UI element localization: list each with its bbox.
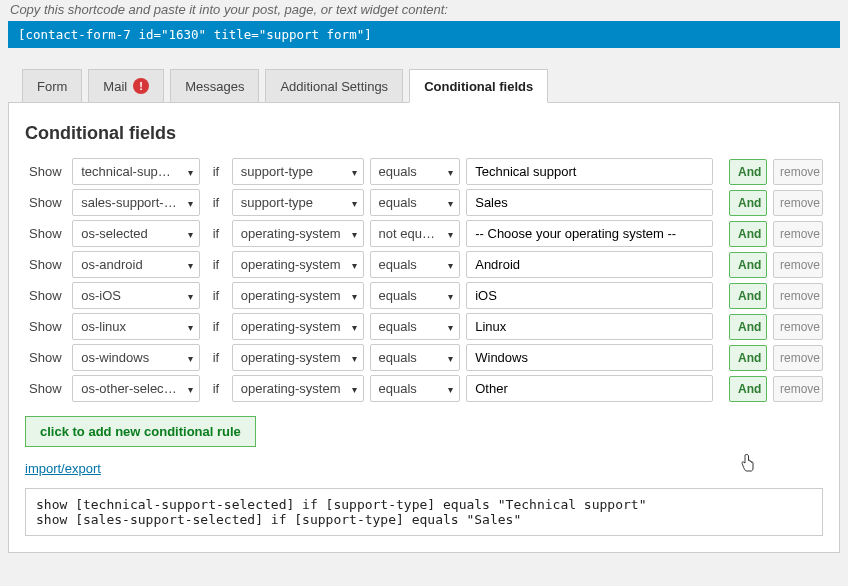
and-button[interactable]: And [729, 345, 767, 371]
operator-select[interactable]: equals [370, 158, 461, 185]
label-if: if [206, 288, 226, 303]
group-select[interactable]: os-iOS [72, 282, 200, 309]
rule-row: Showos-linuxifoperating-systemequalsAndr… [25, 313, 823, 340]
group-select[interactable]: os-android [72, 251, 200, 278]
value-input[interactable] [466, 220, 713, 247]
rule-row: Showtechnical-support-selectedifsupport-… [25, 158, 823, 185]
tab-label: Messages [185, 79, 244, 94]
and-button[interactable]: And [729, 190, 767, 216]
label-show: Show [25, 288, 66, 303]
rule-row: Showos-androidifoperating-systemequalsAn… [25, 251, 823, 278]
field-select[interactable]: operating-system [232, 344, 364, 371]
panel-title: Conditional fields [25, 123, 823, 144]
remove-button[interactable]: remove [773, 376, 823, 402]
and-button[interactable]: And [729, 159, 767, 185]
label-if: if [206, 381, 226, 396]
operator-select[interactable]: equals [370, 313, 461, 340]
label-if: if [206, 319, 226, 334]
tab-label: Mail [103, 79, 127, 94]
field-select[interactable]: operating-system [232, 220, 364, 247]
import-export-link[interactable]: import/export [25, 461, 101, 476]
label-show: Show [25, 195, 66, 210]
remove-button[interactable]: remove [773, 221, 823, 247]
operator-select[interactable]: equals [370, 189, 461, 216]
group-select[interactable]: technical-support-selected [72, 158, 200, 185]
rule-row: Showsales-support-selectedifsupport-type… [25, 189, 823, 216]
group-select[interactable]: os-windows [72, 344, 200, 371]
rules-text-block[interactable]: show [technical-support-selected] if [su… [25, 488, 823, 536]
and-button[interactable]: And [729, 376, 767, 402]
label-show: Show [25, 164, 66, 179]
remove-button[interactable]: remove [773, 345, 823, 371]
field-select[interactable]: support-type [232, 189, 364, 216]
value-input[interactable] [466, 251, 713, 278]
group-select[interactable]: os-other-selected [72, 375, 200, 402]
value-input[interactable] [466, 313, 713, 340]
group-select[interactable]: os-selected [72, 220, 200, 247]
operator-select[interactable]: equals [370, 251, 461, 278]
label-show: Show [25, 226, 66, 241]
label-show: Show [25, 319, 66, 334]
shortcode-hint: Copy this shortcode and paste it into yo… [0, 0, 848, 19]
group-select[interactable]: sales-support-selected [72, 189, 200, 216]
operator-select[interactable]: equals [370, 375, 461, 402]
tab-label: Additional Settings [280, 79, 388, 94]
tab-conditional-fields[interactable]: Conditional fields [409, 69, 548, 103]
tab-form[interactable]: Form [22, 69, 82, 103]
rule-row: Showos-windowsifoperating-systemequalsAn… [25, 344, 823, 371]
value-input[interactable] [466, 189, 713, 216]
remove-button[interactable]: remove [773, 314, 823, 340]
label-if: if [206, 226, 226, 241]
label-show: Show [25, 350, 66, 365]
value-input[interactable] [466, 375, 713, 402]
tab-label: Form [37, 79, 67, 94]
field-select[interactable]: operating-system [232, 282, 364, 309]
add-rule-button[interactable]: click to add new conditional rule [25, 416, 256, 447]
value-input[interactable] [466, 158, 713, 185]
field-select[interactable]: operating-system [232, 313, 364, 340]
conditional-fields-panel: Conditional fields Showtechnical-support… [8, 103, 840, 553]
field-select[interactable]: operating-system [232, 375, 364, 402]
field-select[interactable]: operating-system [232, 251, 364, 278]
operator-select[interactable]: equals [370, 344, 461, 371]
label-show: Show [25, 257, 66, 272]
rule-row: Showos-other-selectedifoperating-systeme… [25, 375, 823, 402]
label-if: if [206, 164, 226, 179]
value-input[interactable] [466, 282, 713, 309]
value-input[interactable] [466, 344, 713, 371]
remove-button[interactable]: remove [773, 252, 823, 278]
label-show: Show [25, 381, 66, 396]
and-button[interactable]: And [729, 252, 767, 278]
tab-messages[interactable]: Messages [170, 69, 259, 103]
operator-select[interactable]: not equals [370, 220, 461, 247]
and-button[interactable]: And [729, 314, 767, 340]
label-if: if [206, 350, 226, 365]
and-button[interactable]: And [729, 283, 767, 309]
field-select[interactable]: support-type [232, 158, 364, 185]
rule-row: Showos-iOSifoperating-systemequalsAndrem… [25, 282, 823, 309]
and-button[interactable]: And [729, 221, 767, 247]
rule-row: Showos-selectedifoperating-systemnot equ… [25, 220, 823, 247]
label-if: if [206, 257, 226, 272]
remove-button[interactable]: remove [773, 190, 823, 216]
rules-list: Showtechnical-support-selectedifsupport-… [25, 158, 823, 402]
remove-button[interactable]: remove [773, 159, 823, 185]
tab-additional-settings[interactable]: Additional Settings [265, 69, 403, 103]
operator-select[interactable]: equals [370, 282, 461, 309]
group-select[interactable]: os-linux [72, 313, 200, 340]
tab-label: Conditional fields [424, 79, 533, 94]
tab-mail[interactable]: Mail ! [88, 69, 164, 103]
label-if: if [206, 195, 226, 210]
warning-icon: ! [133, 78, 149, 94]
shortcode-bar[interactable]: [contact-form-7 id="1630" title="support… [8, 21, 840, 48]
tabs: Form Mail ! Messages Additional Settings… [8, 68, 840, 103]
remove-button[interactable]: remove [773, 283, 823, 309]
